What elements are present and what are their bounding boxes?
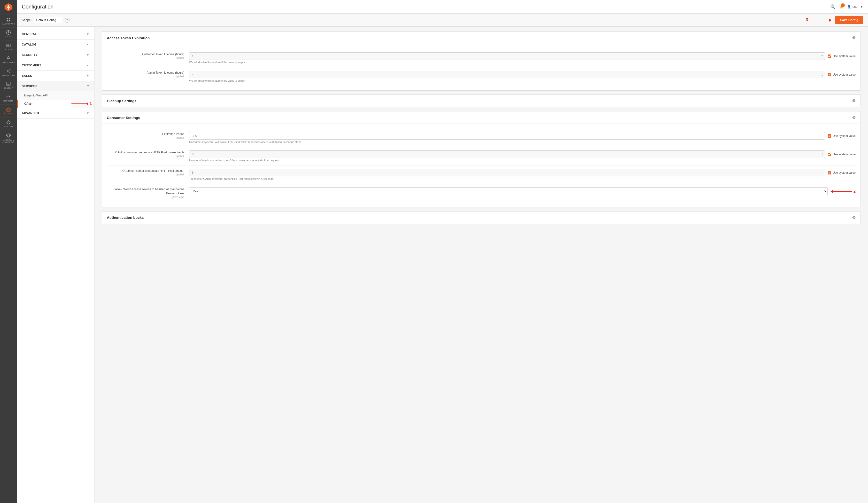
hint-customer-token: We will disable this feature if the valu… bbox=[189, 61, 856, 64]
scope-label: Scope: bbox=[22, 18, 31, 22]
sidebar-item-marketing[interactable]: MARKETING bbox=[0, 66, 17, 79]
field-admin-token: ▲ ▼ Use system value We will disable thi… bbox=[189, 71, 856, 82]
hint-timeout: Timeout for OAuth consumer credentials P… bbox=[189, 177, 856, 180]
label-maxredirects: OAuth consumer credentials HTTP Post max… bbox=[107, 151, 189, 158]
config-section-auth-locks: Authentication Locks ⊗ bbox=[102, 211, 861, 224]
config-section-access-token: Access Token Expiration ⊗ Customer Token… bbox=[102, 31, 861, 91]
chevron-catalog: ▼ bbox=[86, 43, 89, 46]
nav-section-header-security[interactable]: SECURITY ▼ bbox=[17, 50, 94, 60]
page-title: Configuration bbox=[22, 4, 830, 10]
nav-section-header-general[interactable]: GENERAL ▼ bbox=[17, 29, 94, 39]
toggle-cleanup[interactable]: ⊗ bbox=[852, 98, 856, 103]
sidebar-item-reports[interactable]: REPORTS bbox=[0, 92, 17, 104]
nav-subitems-services: Magento Web API OAuth 1 bbox=[17, 91, 94, 108]
input-maxredirects[interactable] bbox=[189, 151, 825, 158]
checkbox-timeout[interactable] bbox=[828, 171, 831, 174]
save-arrow-annotation: 3 bbox=[806, 18, 831, 22]
input-timeout[interactable] bbox=[189, 169, 825, 176]
label-bearer-tokens: Allow OAuth Access Tokens to be used as … bbox=[107, 187, 189, 199]
config-section-header-access-token[interactable]: Access Token Expiration ⊗ bbox=[102, 32, 860, 44]
user-menu[interactable]: 👤 user ▼ bbox=[847, 5, 863, 9]
sidebar: DASHBOARD SALES CATALOG CUSTOMERS MARKET… bbox=[0, 0, 17, 503]
svg-rect-1 bbox=[9, 18, 10, 20]
sidebar-logo[interactable] bbox=[0, 0, 17, 14]
nav-section-header-sales[interactable]: SALES ▼ bbox=[17, 71, 94, 81]
label-timeout: OAuth consumer credentials HTTP Post tim… bbox=[107, 169, 189, 176]
notification-badge: 1 bbox=[841, 3, 845, 7]
form-row-timeout: OAuth consumer credentials HTTP Post tim… bbox=[107, 165, 856, 184]
chevron-services: ▲ bbox=[86, 84, 89, 88]
chevron-sales: ▼ bbox=[86, 74, 89, 78]
spinner-customer-token[interactable]: ▲ ▼ bbox=[821, 54, 823, 58]
sidebar-item-stores[interactable]: STORES bbox=[0, 104, 17, 117]
spinner-maxredirects[interactable]: ▲ ▼ bbox=[821, 152, 823, 156]
hint-maxredirects: Number of maximum redirects for OAuth co… bbox=[189, 159, 856, 162]
config-section-header-auth-locks[interactable]: Authentication Locks ⊗ bbox=[102, 212, 860, 224]
checkbox-maxredirects[interactable] bbox=[828, 153, 831, 156]
chevron-customers: ▼ bbox=[86, 64, 89, 67]
scope-select[interactable]: Default Config bbox=[34, 17, 62, 23]
search-button[interactable]: 🔍 bbox=[830, 4, 836, 9]
nav-section-header-services[interactable]: SERVICES ▲ bbox=[17, 81, 94, 91]
nav-section-header-catalog[interactable]: CATALOG ▼ bbox=[17, 40, 94, 50]
label-customer-token: Customer Token Lifetime (hours) [global] bbox=[107, 52, 189, 60]
form-row-customer-token: Customer Token Lifetime (hours) [global]… bbox=[107, 49, 856, 68]
form-row-expiration-period: Expiration Period [global] Use system va… bbox=[107, 129, 856, 147]
content-area: GENERAL ▼ CATALOG ▼ SECURITY ▼ bbox=[17, 27, 868, 503]
use-system-value-maxredirects: Use system value bbox=[828, 153, 856, 156]
nav-section-advanced: ADVANCED ▼ bbox=[17, 108, 94, 119]
toggle-consumer[interactable]: ⊗ bbox=[852, 115, 856, 120]
nav-section-header-advanced[interactable]: ADVANCED ▼ bbox=[17, 108, 94, 118]
notification-button[interactable]: 🔔 1 bbox=[839, 5, 843, 9]
config-section-header-cleanup[interactable]: Cleanup Settings ⊗ bbox=[102, 95, 860, 107]
spin-down-admin-token[interactable]: ▼ bbox=[821, 75, 823, 76]
help-icon[interactable]: ? bbox=[65, 18, 70, 22]
sidebar-item-sales[interactable]: SALES bbox=[0, 27, 17, 40]
spinner-admin-token[interactable]: ▲ ▼ bbox=[821, 72, 823, 76]
field-expiration-period: Use system value Consumer key/secret wil… bbox=[189, 132, 856, 143]
spin-up-maxredirects[interactable]: ▲ bbox=[821, 152, 823, 154]
config-section-body-access-token: Customer Token Lifetime (hours) [global]… bbox=[102, 44, 860, 90]
svg-rect-2 bbox=[7, 20, 9, 22]
toggle-access-token[interactable]: ⊗ bbox=[852, 35, 856, 40]
top-header: Configuration 🔍 🔔 1 👤 user ▼ bbox=[17, 0, 868, 13]
spin-up-customer-token[interactable]: ▲ bbox=[821, 54, 823, 56]
sidebar-item-content[interactable]: CONTENT bbox=[0, 79, 17, 92]
right-panel: Access Token Expiration ⊗ Customer Token… bbox=[94, 27, 868, 503]
sidebar-item-find[interactable]: FIND PARTNERS & EXTENSIONS bbox=[0, 130, 17, 146]
config-section-body-consumer: Expiration Period [global] Use system va… bbox=[102, 124, 860, 207]
spin-up-admin-token[interactable]: ▲ bbox=[821, 72, 823, 74]
svg-rect-0 bbox=[7, 18, 9, 20]
sidebar-item-system[interactable]: SYSTEM bbox=[0, 117, 17, 130]
save-config-button[interactable]: Save Config bbox=[835, 16, 863, 24]
sidebar-item-customers[interactable]: CUSTOMERS bbox=[0, 53, 17, 66]
input-customer-token[interactable] bbox=[189, 52, 825, 60]
config-section-header-consumer[interactable]: Consumer Settings ⊗ bbox=[102, 112, 860, 124]
user-menu-chevron: ▼ bbox=[860, 5, 863, 9]
spin-down-customer-token[interactable]: ▼ bbox=[821, 56, 823, 58]
input-admin-token[interactable] bbox=[189, 71, 825, 78]
config-section-consumer: Consumer Settings ⊗ Expiration Period [g… bbox=[102, 111, 861, 207]
form-row-maxredirects: OAuth consumer credentials HTTP Post max… bbox=[107, 147, 856, 165]
field-maxredirects: ▲ ▼ Use system value Number of maximum r… bbox=[189, 151, 856, 162]
bearer-arrow-annotation: 2 bbox=[830, 189, 856, 194]
nav-subitem-magento-web-api[interactable]: Magento Web API bbox=[17, 91, 94, 100]
user-label: user bbox=[852, 5, 859, 9]
nav-section-general: GENERAL ▼ bbox=[17, 29, 94, 40]
chevron-general: ▼ bbox=[86, 32, 89, 36]
nav-section-header-customers[interactable]: CUSTOMERS ▼ bbox=[17, 60, 94, 71]
hint-expiration-period: Consumer key/secret will expire if not u… bbox=[189, 141, 856, 143]
svg-point-9 bbox=[8, 122, 9, 123]
checkbox-admin-token[interactable] bbox=[828, 73, 831, 76]
checkbox-customer-token[interactable] bbox=[828, 54, 831, 58]
scope-bar: Scope: Default Config ? 3 Save Config bbox=[17, 13, 868, 27]
select-bearer-tokens[interactable]: Yes No bbox=[189, 187, 828, 195]
nav-section-customers: CUSTOMERS ▼ bbox=[17, 60, 94, 71]
sidebar-item-dashboard[interactable]: DASHBOARD bbox=[0, 14, 17, 27]
input-expiration-period[interactable] bbox=[189, 132, 825, 140]
checkbox-expiration-period[interactable] bbox=[828, 134, 831, 137]
nav-subitem-oauth[interactable]: OAuth bbox=[17, 100, 71, 108]
spin-down-maxredirects[interactable]: ▼ bbox=[821, 154, 823, 156]
sidebar-item-catalog[interactable]: CATALOG bbox=[0, 40, 17, 53]
toggle-auth-locks[interactable]: ⊗ bbox=[852, 215, 856, 220]
